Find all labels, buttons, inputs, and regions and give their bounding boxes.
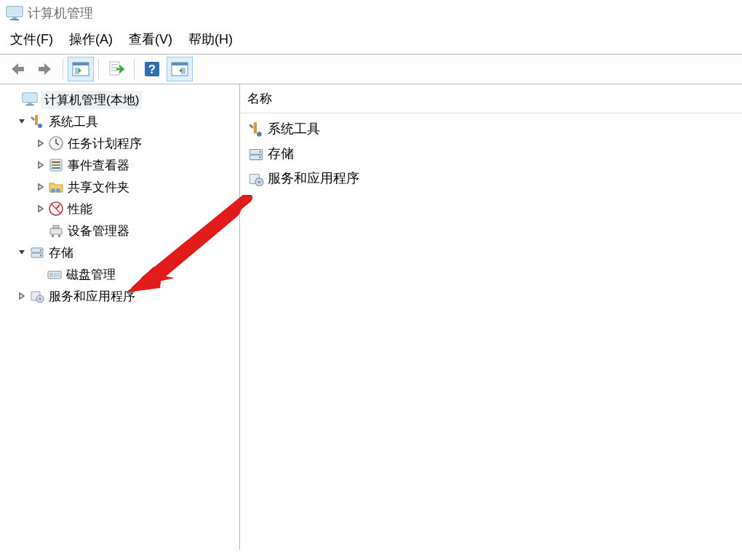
svg-rect-20 bbox=[35, 115, 38, 125]
svg-rect-18 bbox=[28, 103, 31, 105]
services-icon bbox=[29, 288, 45, 304]
window-title: 计算机管理 bbox=[28, 4, 93, 22]
expander-closed-icon[interactable] bbox=[33, 201, 48, 216]
svg-point-27 bbox=[51, 188, 55, 193]
show-hide-console-tree-button[interactable] bbox=[68, 57, 94, 81]
computer-management-icon bbox=[22, 92, 38, 108]
toolbar: ? bbox=[0, 55, 742, 84]
svg-rect-25 bbox=[52, 164, 60, 166]
title-bar: 计算机管理 bbox=[0, 0, 742, 29]
list-view-pane: 名称 系统工具 存储 服务和应用程序 bbox=[240, 84, 742, 550]
svg-rect-9 bbox=[111, 67, 118, 68]
expander-closed-icon[interactable] bbox=[33, 158, 48, 172]
tools-icon bbox=[247, 121, 265, 137]
export-list-button[interactable] bbox=[103, 57, 129, 81]
menu-action[interactable]: 操作(A) bbox=[69, 31, 113, 48]
tree-node-device-manager[interactable]: 设备管理器 bbox=[33, 220, 239, 241]
services-icon bbox=[247, 170, 265, 186]
menu-help[interactable]: 帮助(H) bbox=[188, 31, 233, 48]
menu-file[interactable]: 文件(F) bbox=[10, 31, 53, 48]
performance-icon bbox=[48, 201, 64, 217]
tree-node-storage[interactable]: 存储 bbox=[15, 241, 239, 263]
list-item-label: 系统工具 bbox=[268, 120, 320, 137]
toolbar-separator bbox=[134, 59, 135, 79]
list-item[interactable]: 服务和应用程序 bbox=[244, 166, 738, 191]
list-item[interactable]: 存储 bbox=[244, 141, 738, 166]
tree-root[interactable]: 计算机管理(本地) bbox=[7, 89, 239, 111]
svg-rect-40 bbox=[54, 273, 60, 277]
tree-node-services-apps[interactable]: 服务和应用程序 bbox=[15, 285, 239, 307]
shared-folder-icon bbox=[48, 179, 64, 195]
help-button[interactable]: ? bbox=[139, 57, 165, 81]
list-column-header[interactable]: 名称 bbox=[240, 84, 742, 113]
tree-node-label: 共享文件夹 bbox=[68, 179, 129, 196]
storage-icon bbox=[29, 244, 45, 260]
svg-point-37 bbox=[40, 255, 41, 256]
svg-point-43 bbox=[39, 298, 41, 300]
expander-none-icon bbox=[33, 223, 48, 238]
tree-node-shared-folders[interactable]: 共享文件夹 bbox=[33, 176, 239, 198]
svg-point-45 bbox=[257, 132, 262, 137]
svg-rect-26 bbox=[52, 167, 60, 169]
svg-rect-2 bbox=[12, 17, 17, 19]
tree-node-label: 任务计划程序 bbox=[68, 135, 142, 152]
svg-rect-17 bbox=[24, 95, 36, 101]
menu-view[interactable]: 查看(V) bbox=[129, 31, 172, 48]
svg-point-49 bbox=[259, 156, 261, 159]
expander-closed-icon[interactable] bbox=[33, 136, 48, 151]
svg-rect-5 bbox=[73, 63, 89, 65]
expander-icon bbox=[7, 92, 22, 107]
tree-node-label: 系统工具 bbox=[49, 113, 98, 130]
svg-point-52 bbox=[258, 181, 260, 183]
clock-icon bbox=[48, 135, 64, 151]
tree-node-disk-management[interactable]: 磁盘管理 bbox=[47, 263, 239, 285]
svg-rect-33 bbox=[58, 235, 60, 237]
tree-node-label: 磁盘管理 bbox=[66, 266, 116, 283]
computer-management-icon bbox=[6, 5, 23, 21]
tree-node-label: 计算机管理(本地) bbox=[41, 91, 142, 109]
svg-text:?: ? bbox=[148, 63, 156, 76]
tree-node-label: 性能 bbox=[68, 201, 92, 217]
svg-point-21 bbox=[38, 124, 42, 128]
content-area: 计算机管理(本地) 系统工具 任务计划程序 bbox=[0, 84, 742, 550]
svg-rect-31 bbox=[53, 225, 59, 228]
expander-closed-icon[interactable] bbox=[33, 180, 48, 194]
tree-node-performance[interactable]: 性能 bbox=[33, 198, 239, 220]
expander-closed-icon[interactable] bbox=[15, 289, 29, 303]
tree-node-label: 服务和应用程序 bbox=[49, 288, 135, 305]
svg-rect-30 bbox=[50, 228, 62, 234]
list-item-label: 服务和应用程序 bbox=[268, 169, 359, 187]
svg-rect-10 bbox=[111, 70, 118, 71]
svg-rect-3 bbox=[10, 19, 19, 20]
tree-node-label: 事件查看器 bbox=[68, 157, 129, 174]
disk-management-icon bbox=[47, 266, 63, 282]
event-viewer-icon bbox=[48, 157, 64, 173]
tree-node-event-viewer[interactable]: 事件查看器 bbox=[33, 154, 239, 176]
back-button[interactable] bbox=[4, 57, 31, 81]
storage-icon bbox=[247, 145, 265, 161]
svg-rect-24 bbox=[52, 161, 60, 163]
tree-node-task-scheduler[interactable]: 任务计划程序 bbox=[33, 132, 239, 154]
show-actions-pane-button[interactable] bbox=[167, 57, 193, 81]
list-item[interactable]: 系统工具 bbox=[244, 116, 738, 141]
svg-rect-44 bbox=[254, 122, 257, 133]
tree-node-system-tools[interactable]: 系统工具 bbox=[15, 111, 239, 132]
tools-icon bbox=[29, 113, 45, 129]
expander-open-icon[interactable] bbox=[15, 245, 29, 260]
console-tree-pane: 计算机管理(本地) 系统工具 任务计划程序 bbox=[0, 84, 240, 550]
svg-rect-32 bbox=[52, 235, 54, 237]
tree-node-label: 设备管理器 bbox=[68, 223, 129, 239]
toolbar-separator bbox=[98, 59, 99, 79]
forward-button[interactable] bbox=[32, 57, 58, 81]
toolbar-separator bbox=[63, 59, 63, 79]
svg-rect-39 bbox=[49, 273, 53, 277]
svg-rect-19 bbox=[25, 104, 33, 105]
list-item-label: 存储 bbox=[268, 145, 294, 162]
expander-open-icon[interactable] bbox=[15, 114, 29, 129]
svg-point-28 bbox=[56, 188, 60, 193]
svg-point-36 bbox=[40, 249, 41, 251]
svg-rect-1 bbox=[8, 8, 21, 15]
svg-point-48 bbox=[259, 151, 261, 153]
tree-node-label: 存储 bbox=[49, 244, 73, 261]
svg-rect-14 bbox=[172, 63, 188, 65]
